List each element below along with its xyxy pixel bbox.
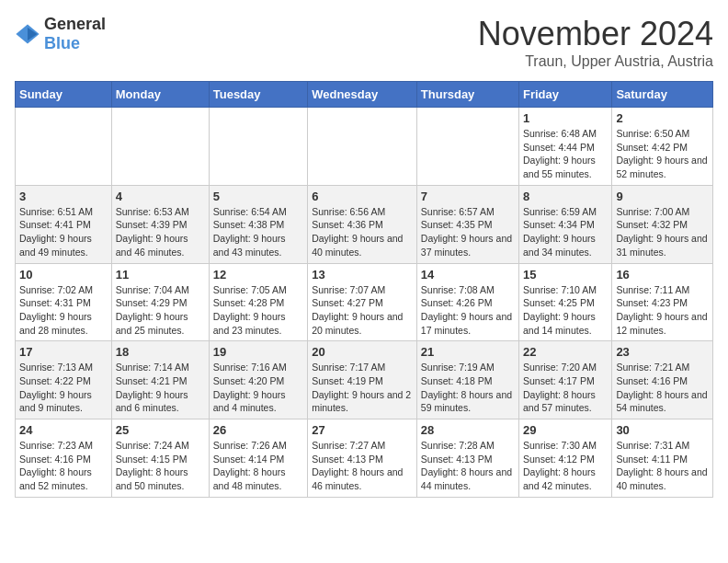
calendar-cell: 14Sunrise: 7:08 AM Sunset: 4:26 PM Dayli… <box>416 263 518 341</box>
calendar-cell: 15Sunrise: 7:10 AM Sunset: 4:25 PM Dayli… <box>519 263 612 341</box>
calendar-cell: 9Sunrise: 7:00 AM Sunset: 4:32 PM Daylig… <box>612 185 713 263</box>
calendar-cell <box>308 108 417 186</box>
calendar-cell: 17Sunrise: 7:13 AM Sunset: 4:22 PM Dayli… <box>16 341 112 419</box>
day-number: 13 <box>312 268 413 282</box>
day-number: 20 <box>312 345 413 359</box>
day-info: Sunrise: 6:54 AM Sunset: 4:38 PM Dayligh… <box>213 205 303 259</box>
day-info: Sunrise: 7:30 AM Sunset: 4:12 PM Dayligh… <box>523 439 608 493</box>
day-number: 4 <box>116 190 205 203</box>
day-number: 28 <box>421 423 515 437</box>
calendar-cell: 25Sunrise: 7:24 AM Sunset: 4:15 PM Dayli… <box>111 419 209 498</box>
calendar-cell: 4Sunrise: 6:53 AM Sunset: 4:39 PM Daylig… <box>111 185 209 263</box>
calendar-cell: 8Sunrise: 6:59 AM Sunset: 4:34 PM Daylig… <box>519 185 612 263</box>
logo: General Blue <box>15 15 106 53</box>
calendar-week-2: 10Sunrise: 7:02 AM Sunset: 4:31 PM Dayli… <box>16 263 713 341</box>
calendar-week-1: 3Sunrise: 6:51 AM Sunset: 4:41 PM Daylig… <box>16 185 713 263</box>
day-number: 22 <box>523 345 608 359</box>
day-number: 14 <box>421 268 515 282</box>
day-info: Sunrise: 6:48 AM Sunset: 4:44 PM Dayligh… <box>523 127 608 181</box>
day-info: Sunrise: 7:19 AM Sunset: 4:18 PM Dayligh… <box>421 361 515 415</box>
calendar-cell: 26Sunrise: 7:26 AM Sunset: 4:14 PM Dayli… <box>209 419 307 498</box>
day-info: Sunrise: 7:07 AM Sunset: 4:27 PM Dayligh… <box>312 283 413 338</box>
day-info: Sunrise: 7:20 AM Sunset: 4:17 PM Dayligh… <box>523 361 608 415</box>
calendar-cell <box>416 108 518 186</box>
day-header-friday: Friday <box>519 82 612 108</box>
calendar-cell: 22Sunrise: 7:20 AM Sunset: 4:17 PM Dayli… <box>519 341 612 419</box>
day-info: Sunrise: 7:31 AM Sunset: 4:11 PM Dayligh… <box>616 439 709 493</box>
day-info: Sunrise: 6:59 AM Sunset: 4:34 PM Dayligh… <box>523 205 608 259</box>
day-number: 8 <box>523 190 608 203</box>
calendar-week-0: 1Sunrise: 6:48 AM Sunset: 4:44 PM Daylig… <box>16 108 713 186</box>
calendar-cell: 21Sunrise: 7:19 AM Sunset: 4:18 PM Dayli… <box>416 341 518 419</box>
day-header-wednesday: Wednesday <box>308 82 417 108</box>
day-number: 27 <box>312 423 413 437</box>
logo-text-general: General <box>44 15 106 33</box>
day-info: Sunrise: 7:14 AM Sunset: 4:21 PM Dayligh… <box>116 361 205 415</box>
title-area: November 2024 Traun, Upper Austria, Aust… <box>478 15 713 70</box>
day-header-tuesday: Tuesday <box>209 82 307 108</box>
calendar-body: 1Sunrise: 6:48 AM Sunset: 4:44 PM Daylig… <box>16 108 713 498</box>
day-info: Sunrise: 7:26 AM Sunset: 4:14 PM Dayligh… <box>213 439 303 493</box>
day-number: 26 <box>213 423 303 437</box>
day-number: 30 <box>616 423 709 437</box>
calendar-table: SundayMondayTuesdayWednesdayThursdayFrid… <box>15 81 713 498</box>
day-number: 1 <box>523 111 608 125</box>
day-info: Sunrise: 6:50 AM Sunset: 4:42 PM Dayligh… <box>616 127 709 181</box>
day-info: Sunrise: 7:13 AM Sunset: 4:22 PM Dayligh… <box>19 361 108 415</box>
day-info: Sunrise: 7:27 AM Sunset: 4:13 PM Dayligh… <box>312 439 413 493</box>
day-info: Sunrise: 6:51 AM Sunset: 4:41 PM Dayligh… <box>19 205 108 259</box>
calendar-cell: 11Sunrise: 7:04 AM Sunset: 4:29 PM Dayli… <box>111 263 209 341</box>
day-info: Sunrise: 7:23 AM Sunset: 4:16 PM Dayligh… <box>19 439 108 493</box>
day-number: 3 <box>19 190 108 203</box>
calendar-cell <box>16 108 112 186</box>
month-title: November 2024 <box>478 15 713 53</box>
calendar-cell: 5Sunrise: 6:54 AM Sunset: 4:38 PM Daylig… <box>209 185 307 263</box>
day-info: Sunrise: 7:02 AM Sunset: 4:31 PM Dayligh… <box>19 283 108 338</box>
day-info: Sunrise: 7:11 AM Sunset: 4:23 PM Dayligh… <box>616 283 709 338</box>
day-header-saturday: Saturday <box>612 82 713 108</box>
calendar-cell: 28Sunrise: 7:28 AM Sunset: 4:13 PM Dayli… <box>416 419 518 498</box>
day-number: 9 <box>616 190 709 203</box>
calendar-cell: 7Sunrise: 6:57 AM Sunset: 4:35 PM Daylig… <box>416 185 518 263</box>
day-number: 7 <box>421 190 515 203</box>
calendar-cell: 18Sunrise: 7:14 AM Sunset: 4:21 PM Dayli… <box>111 341 209 419</box>
day-info: Sunrise: 7:17 AM Sunset: 4:19 PM Dayligh… <box>312 361 413 415</box>
day-info: Sunrise: 7:16 AM Sunset: 4:20 PM Dayligh… <box>213 361 303 415</box>
calendar-cell <box>111 108 209 186</box>
day-number: 12 <box>213 268 303 282</box>
day-info: Sunrise: 7:28 AM Sunset: 4:13 PM Dayligh… <box>421 439 515 493</box>
day-number: 29 <box>523 423 608 437</box>
day-number: 2 <box>616 111 709 125</box>
day-number: 15 <box>523 268 608 282</box>
day-number: 6 <box>312 190 413 203</box>
day-number: 16 <box>616 268 709 282</box>
day-info: Sunrise: 7:04 AM Sunset: 4:29 PM Dayligh… <box>116 283 205 338</box>
calendar-cell: 29Sunrise: 7:30 AM Sunset: 4:12 PM Dayli… <box>519 419 612 498</box>
day-number: 18 <box>116 345 205 359</box>
calendar-header-row: SundayMondayTuesdayWednesdayThursdayFrid… <box>16 82 713 108</box>
day-info: Sunrise: 7:08 AM Sunset: 4:26 PM Dayligh… <box>421 283 515 338</box>
day-number: 21 <box>421 345 515 359</box>
day-number: 11 <box>116 268 205 282</box>
calendar-week-3: 17Sunrise: 7:13 AM Sunset: 4:22 PM Dayli… <box>16 341 713 419</box>
calendar-cell: 19Sunrise: 7:16 AM Sunset: 4:20 PM Dayli… <box>209 341 307 419</box>
day-number: 25 <box>116 423 205 437</box>
calendar-cell: 24Sunrise: 7:23 AM Sunset: 4:16 PM Dayli… <box>16 419 112 498</box>
day-info: Sunrise: 7:21 AM Sunset: 4:16 PM Dayligh… <box>616 361 709 415</box>
calendar-cell: 10Sunrise: 7:02 AM Sunset: 4:31 PM Dayli… <box>16 263 112 341</box>
day-number: 23 <box>616 345 709 359</box>
logo-text-blue: Blue <box>44 34 80 52</box>
day-info: Sunrise: 6:53 AM Sunset: 4:39 PM Dayligh… <box>116 205 205 259</box>
calendar-cell: 30Sunrise: 7:31 AM Sunset: 4:11 PM Dayli… <box>612 419 713 498</box>
calendar-week-4: 24Sunrise: 7:23 AM Sunset: 4:16 PM Dayli… <box>16 419 713 498</box>
calendar-cell: 6Sunrise: 6:56 AM Sunset: 4:36 PM Daylig… <box>308 185 417 263</box>
calendar-cell <box>209 108 307 186</box>
day-info: Sunrise: 6:56 AM Sunset: 4:36 PM Dayligh… <box>312 205 413 259</box>
day-info: Sunrise: 6:57 AM Sunset: 4:35 PM Dayligh… <box>421 205 515 259</box>
calendar-cell: 23Sunrise: 7:21 AM Sunset: 4:16 PM Dayli… <box>612 341 713 419</box>
day-info: Sunrise: 7:00 AM Sunset: 4:32 PM Dayligh… <box>616 205 709 259</box>
day-info: Sunrise: 7:10 AM Sunset: 4:25 PM Dayligh… <box>523 283 608 338</box>
day-header-monday: Monday <box>111 82 209 108</box>
day-number: 10 <box>19 268 108 282</box>
calendar-cell: 1Sunrise: 6:48 AM Sunset: 4:44 PM Daylig… <box>519 108 612 186</box>
